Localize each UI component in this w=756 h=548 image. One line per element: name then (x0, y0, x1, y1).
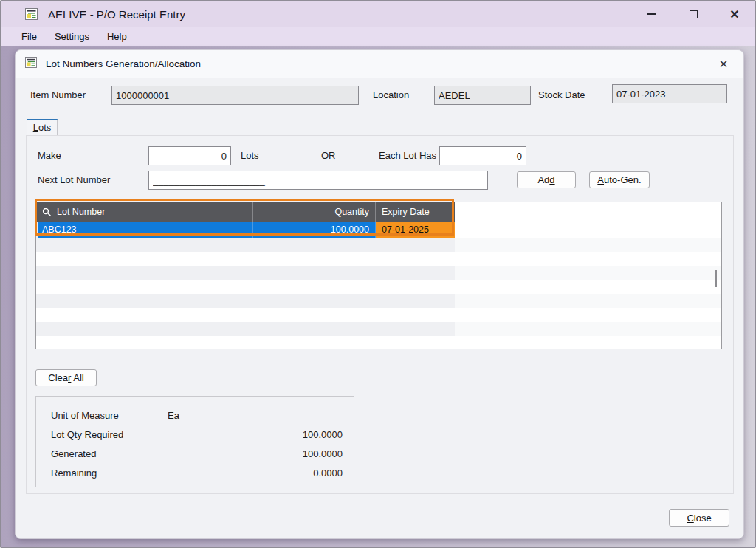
maximize-button[interactable] (684, 4, 703, 24)
vertical-scrollbar-thumb[interactable] (715, 270, 717, 287)
lots-grid: Lot Number Quantity Expiry Date ABC123 1… (35, 202, 722, 349)
stock-date-label: Stock Date (538, 86, 585, 105)
empty-grid-row[interactable] (36, 322, 721, 336)
auto-gen-button[interactable]: Auto-Gen. (589, 171, 650, 188)
empty-grid-row[interactable] (36, 308, 721, 322)
each-lot-has-input[interactable] (439, 146, 526, 165)
grid-header-quantity[interactable]: Quantity (253, 202, 376, 222)
close-window-button[interactable]: ✕ (725, 4, 744, 24)
dialog-document-icon (25, 57, 37, 71)
generated-label: Generated (51, 448, 153, 459)
location-field[interactable] (434, 86, 531, 105)
lots-suffix-label: Lots (241, 146, 259, 165)
remaining-value: 0.0000 (153, 467, 343, 479)
summary-row-required: Lot Qty Required 100.0000 (51, 425, 343, 444)
menu-help[interactable]: Help (98, 28, 136, 45)
menu-file[interactable]: File (13, 28, 46, 45)
grid-header-filler (455, 202, 721, 222)
close-button[interactable]: Close (669, 509, 729, 527)
grid-header-row: Lot Number Quantity Expiry Date (36, 202, 721, 222)
next-lot-number-label: Next Lot Number (38, 171, 110, 190)
grid-selected-row[interactable]: ABC123 100.0000 07-01-2025 (36, 222, 721, 238)
app-window: AELIVE - P/O Receipt Entry ✕ File Settin… (0, 0, 756, 548)
minimize-icon (647, 13, 656, 15)
lot-numbers-dialog: Lot Numbers Generation/Allocation ✕ Item… (15, 49, 744, 539)
cell-expiry-date[interactable]: 07-01-2025 (376, 222, 455, 238)
item-number-field[interactable] (111, 86, 359, 105)
generated-value: 100.0000 (153, 448, 343, 459)
lot-qty-required-label: Lot Qty Required (51, 429, 153, 440)
search-icon (42, 208, 52, 217)
add-button[interactable]: Add (517, 171, 576, 188)
minimize-button[interactable] (642, 4, 662, 24)
menu-settings[interactable]: Settings (46, 28, 98, 45)
dialog-close-button[interactable]: ✕ (715, 56, 732, 72)
maximize-icon (690, 10, 698, 18)
remaining-label: Remaining (51, 467, 153, 479)
empty-grid-row[interactable] (36, 266, 721, 280)
window-title: AELIVE - P/O Receipt Entry (48, 8, 185, 21)
uom-label: Unit of Measure (51, 410, 153, 421)
empty-grid-row[interactable] (36, 294, 721, 308)
item-number-label: Item Number (30, 86, 86, 105)
make-label: Make (38, 146, 61, 165)
each-lot-has-label: Each Lot Has (379, 146, 436, 165)
grid-header-expiry-date[interactable]: Expiry Date (376, 202, 455, 222)
summary-panel: Unit of Measure Ea Lot Qty Required 100.… (35, 396, 354, 487)
cell-lot-number[interactable]: ABC123 (38, 222, 253, 238)
uom-value: Ea (153, 410, 343, 421)
stock-date-field[interactable] (612, 84, 727, 103)
dialog-header: Lot Numbers Generation/Allocation ✕ (16, 50, 743, 78)
titlebar: AELIVE - P/O Receipt Entry ✕ (1, 1, 755, 27)
grid-header-lot-number[interactable]: Lot Number (36, 202, 253, 222)
cell-quantity[interactable]: 100.0000 (253, 222, 376, 238)
lot-qty-required-value: 100.0000 (153, 429, 343, 440)
row-filler (455, 222, 721, 238)
summary-row-remaining: Remaining 0.0000 (51, 463, 343, 482)
app-document-icon (25, 8, 38, 20)
menubar: File Settings Help (1, 27, 755, 46)
location-label: Location (373, 86, 409, 105)
grid-empty-rows (36, 238, 721, 349)
make-lots-input[interactable] (148, 146, 231, 165)
empty-grid-row[interactable] (36, 280, 721, 294)
summary-row-uom: Unit of Measure Ea (51, 405, 343, 425)
dialog-title: Lot Numbers Generation/Allocation (46, 58, 201, 69)
summary-row-generated: Generated 100.0000 (51, 444, 343, 463)
clear-all-button[interactable]: Clear All (35, 369, 97, 386)
tab-lots[interactable]: Lots (27, 119, 58, 136)
empty-grid-row[interactable] (36, 336, 721, 349)
next-lot-number-input[interactable] (148, 171, 488, 190)
empty-grid-row[interactable] (36, 252, 721, 266)
or-label: OR (321, 146, 336, 165)
empty-grid-row[interactable] (36, 238, 721, 252)
